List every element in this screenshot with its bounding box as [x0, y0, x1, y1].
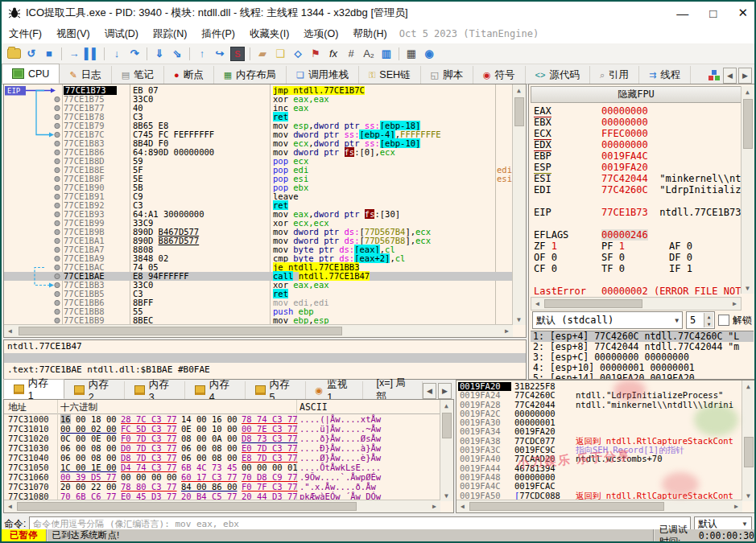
- register-row[interactable]: EIP77CE1B73 ntdll.77CE1B73: [534, 207, 742, 218]
- register-row[interactable]: EDI77C4260C "LdrpInitializePro: [534, 184, 742, 195]
- execute-till-return-icon[interactable]: ↑: [194, 47, 210, 61]
- bottom-tab-内存 2[interactable]: 内存 2: [64, 381, 125, 399]
- hide-fpu-button[interactable]: 隐藏FPU: [531, 86, 742, 103]
- hex-dump-pane[interactable]: 地址 十六进制 ASCII 77C3100016 00 18 0028 7C C…: [3, 399, 454, 513]
- scylla-icon[interactable]: S: [229, 47, 246, 61]
- dump-row[interactable]: 77C310200C 00 0E 00F0 7D C3 7708 00 0A 0…: [4, 434, 440, 443]
- stack-row[interactable]: 0019FA24 77C4260C ntdll."LdrpInitializeP…: [456, 391, 742, 400]
- bottom-tab-[x=] 局部[interactable]: [x=] 局部: [363, 381, 423, 399]
- bottom-tab-内存 1[interactable]: 内存 1: [3, 379, 64, 399]
- menu-item[interactable]: 选项(O): [296, 25, 345, 43]
- internet-icon[interactable]: ◉: [421, 47, 437, 61]
- register-row[interactable]: EAX00000000: [534, 105, 742, 117]
- flags-row[interactable]: CF 0TF 0IF 1: [534, 263, 742, 274]
- flags-row[interactable]: OF 0SF 0DF 0: [534, 252, 742, 263]
- unlock-checkbox[interactable]: 解锁: [718, 314, 752, 327]
- last-error-row[interactable]: LastError00000002 (ERROR_FILE_NOT_F: [534, 286, 742, 295]
- dump-row[interactable]: 77C3101000 00 02 00FC 5D C3 770E 00 10 0…: [4, 424, 440, 434]
- dump-row[interactable]: 77C310501C 00 1E 00D4 74 C3 776B 4C 73 4…: [4, 463, 440, 472]
- registers-pane[interactable]: 隐藏FPU EAX00000000EBX00000000ECXFFEC0000E…: [528, 84, 756, 380]
- tab-调用堆栈[interactable]: ❏调用堆栈: [287, 66, 359, 84]
- register-row[interactable]: EBP0019FA4C: [534, 150, 742, 162]
- menu-item[interactable]: 插件(P): [194, 25, 242, 43]
- ordinal-icon[interactable]: #: [343, 47, 359, 61]
- dump-row[interactable]: 77C3107020 00 22 0078 80 C3 7784 00 86 0…: [4, 482, 440, 492]
- tab-符号[interactable]: ◉符号: [473, 66, 526, 84]
- tab-SEH链[interactable]: ⚿SEH链: [359, 66, 421, 84]
- calculator-icon[interactable]: ▦: [403, 47, 419, 61]
- register-row[interactable]: EDX00000000: [534, 139, 742, 150]
- dump-hscrollbar[interactable]: ◀▶: [4, 500, 440, 512]
- dump-row[interactable]: 77C3106000 39 D5 7700 00 00 0060 17 C3 7…: [4, 472, 440, 482]
- disasm-vscrollbar[interactable]: ▲▼: [512, 84, 526, 325]
- stack-vscrollbar[interactable]: ▲▼: [742, 381, 755, 501]
- patch-icon[interactable]: ▰: [254, 47, 271, 61]
- run-icon[interactable]: →: [66, 47, 82, 61]
- stop-icon[interactable]: ■: [41, 47, 57, 61]
- register-row[interactable]: ESP0019FA20: [534, 162, 742, 173]
- label-icon[interactable]: ⬦: [290, 47, 306, 61]
- menu-item[interactable]: 调试(D): [97, 25, 146, 43]
- disasm-hscrollbar[interactable]: ◀▶: [4, 324, 513, 337]
- arg-count-stepper[interactable]: 5▲▼: [686, 311, 715, 329]
- minimize-button[interactable]: —: [676, 6, 688, 20]
- dump-row[interactable]: 77C3104006 00 08 00D8 7D C3 7706 00 08 0…: [4, 453, 440, 463]
- bottom-tab-scroll-right[interactable]: ▶: [438, 383, 452, 399]
- flags-row[interactable]: ZF 1PF 1AF 0: [534, 241, 742, 252]
- comment-icon[interactable]: ❑: [272, 47, 288, 61]
- step-into-icon[interactable]: ↓: [109, 47, 125, 61]
- argument-row[interactable]: 5: [esp+14] 0019FA20 0019FA20: [531, 373, 754, 380]
- handles-icon[interactable]: [708, 70, 721, 81]
- restart-icon[interactable]: ↺: [23, 47, 39, 61]
- arguments-pane[interactable]: 1: [esp+4] 77C4260C ntdll.77C4260C "L2: …: [531, 331, 754, 377]
- tab-引用[interactable]: ⌕引用: [590, 66, 639, 84]
- close-button[interactable]: ✕: [737, 6, 748, 20]
- disassembly-pane[interactable]: 77CE1B73 EB 07 jmp ntdll.77CE1B7C 77CE1B…: [3, 84, 527, 338]
- registers-hscrollbar[interactable]: ◀▶: [531, 297, 742, 311]
- strings-icon[interactable]: A₂: [361, 47, 377, 61]
- trace-over-icon[interactable]: ⇘: [169, 47, 185, 61]
- tab-线程[interactable]: ⇉线程: [639, 66, 691, 84]
- bookmark-icon[interactable]: ⚑: [308, 47, 324, 61]
- menu-item[interactable]: 收藏夹(I): [242, 25, 296, 43]
- checkbox-box[interactable]: [718, 315, 729, 326]
- run-to-user-code-icon[interactable]: ↪: [212, 47, 228, 61]
- dump-row[interactable]: 77C3100016 00 18 0028 7C C3 7714 00 16 0…: [4, 414, 440, 424]
- tab-CPU[interactable]: CPU: [2, 64, 60, 84]
- calling-convention-dropdown[interactable]: 默认 (stdcall)▼: [532, 311, 683, 329]
- menu-item[interactable]: 跟踪(N): [146, 25, 194, 43]
- open-file-icon[interactable]: [6, 47, 22, 61]
- bottom-tab-内存 4[interactable]: 内存 4: [185, 381, 246, 399]
- function-icon[interactable]: fx: [325, 47, 341, 61]
- tab-源代码[interactable]: <>源代码: [526, 66, 590, 84]
- tab-scroll-right[interactable]: ▶: [738, 68, 752, 84]
- stack-row[interactable]: 0019FA4C 0019FCAC: [456, 482, 742, 491]
- stack-pane[interactable]: 0019FA20 31B225F8 0019FA24 77C4260C ntdl…: [456, 380, 756, 513]
- bottom-tab-内存 3[interactable]: 内存 3: [125, 381, 185, 399]
- tab-日志[interactable]: ✎日志: [60, 66, 111, 84]
- eflags-row[interactable]: EFLAGS00000246: [534, 229, 742, 241]
- tab-笔记[interactable]: ▤笔记: [112, 66, 164, 84]
- register-row[interactable]: EBX00000000: [534, 117, 742, 128]
- trace-into-icon[interactable]: ⇓: [151, 47, 167, 61]
- bottom-tab-监视 1[interactable]: ◉监视 1: [306, 381, 363, 399]
- bottom-tab-scroll-left[interactable]: ◀: [423, 383, 436, 399]
- maximize-button[interactable]: □: [709, 6, 717, 20]
- pause-icon[interactable]: ▌▌: [84, 47, 100, 61]
- menu-item[interactable]: 文件(F): [2, 25, 49, 43]
- tab-内存布局[interactable]: ▦内存布局: [214, 66, 287, 84]
- dump-vscrollbar[interactable]: ▲▼: [440, 400, 453, 501]
- menu-item[interactable]: 帮助(H): [345, 25, 394, 43]
- tab-scroll-left[interactable]: ◀: [723, 68, 737, 84]
- stack-row[interactable]: 0019FA40 77CAAD20 ntdll.wcstombs+70: [456, 455, 742, 463]
- stack-hscrollbar[interactable]: ◀▶: [456, 500, 742, 512]
- dump-row[interactable]: 77C3103006 00 08 00D0 7D C3 7706 00 08 0…: [4, 443, 440, 453]
- registers-vscrollbar[interactable]: ▲▼: [741, 86, 754, 294]
- tab-断点[interactable]: ●断点: [164, 66, 214, 84]
- register-row[interactable]: ECXFFEC0000: [534, 128, 742, 139]
- register-row[interactable]: ESI77C42044 "minkernel\\ntdll\: [534, 173, 742, 184]
- bottom-tab-内存 5[interactable]: 内存 5: [246, 381, 306, 399]
- disasm-row[interactable]: 77CE1BB9 8BEC mov ebp,esp: [4, 316, 512, 324]
- menu-item[interactable]: 视图(V): [49, 25, 97, 43]
- modules-icon[interactable]: ▥: [378, 47, 395, 61]
